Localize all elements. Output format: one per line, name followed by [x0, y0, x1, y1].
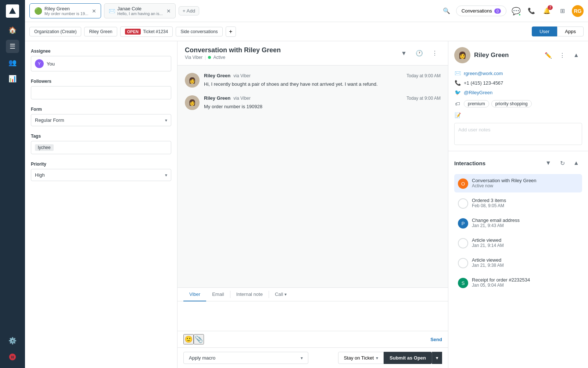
user-more-options-button[interactable]: ⋮ [556, 49, 568, 61]
interactions-section: Interactions ▼ ↻ ▲ O Conversation with R… [448, 151, 588, 368]
priority-value: High [35, 172, 45, 178]
message-sender-1: Riley Green [204, 73, 230, 78]
tab-riley-subtitle: My order number is 19... [44, 11, 88, 16]
interaction-item-email-change[interactable]: P Change email address Jan 21, 9:43 AM [454, 214, 582, 232]
notes-icon: 📝 [454, 112, 461, 118]
reply-area: Viber Email Internal note Call ▾ 🙂 📎 [178, 287, 448, 347]
message-avatar-1: 👩 [185, 73, 200, 88]
chat-icon-button[interactable]: 💬 [510, 5, 522, 17]
apply-macro-button[interactable]: Apply macro ▾ [183, 352, 308, 364]
tag-lychee: lychee [35, 144, 54, 151]
tags-input[interactable]: lychee [31, 141, 171, 154]
org-breadcrumb[interactable]: Organization (Create) [29, 27, 81, 36]
add-conversation-button[interactable]: + [226, 26, 236, 37]
ticket-sidebar: Assignee Y You Followers Form Regular Fo… [25, 41, 178, 368]
tags-label: Tags [31, 134, 171, 139]
conversation-header: Conversation with Riley Green Via Viber … [178, 41, 448, 66]
assignee-avatar: Y [35, 59, 44, 68]
reply-tab-email[interactable]: Email [206, 288, 230, 301]
conversations-button[interactable]: Conversations 0 [456, 6, 506, 16]
apps-tab-button[interactable]: Apps [557, 26, 584, 36]
followers-field: Followers [31, 79, 171, 99]
reply-tabs: Viber Email Internal note Call ▾ [178, 288, 448, 301]
user-breadcrumb[interactable]: Riley Green [84, 27, 117, 36]
phone-icon-button[interactable]: 📞 [526, 5, 537, 17]
interaction-item-receipt[interactable]: S Receipt for order #2232534 Jan 05, 9:0… [454, 273, 582, 292]
phone-icon: 📞 [454, 79, 461, 86]
assignee-field: Assignee Y You [31, 49, 171, 71]
tab-riley-green[interactable]: 🟢 Riley Green My order number is 19... ✕ [29, 3, 101, 18]
message-via-1: via Viber [233, 73, 250, 78]
more-options-button[interactable]: ⋮ [429, 47, 441, 59]
reply-tab-internal-note[interactable]: Internal note [230, 288, 269, 301]
interaction-item-article-1[interactable]: Article viewed Jan 21, 9:14 AM [454, 234, 582, 252]
submit-as-open-button[interactable]: Submit as Open [384, 352, 432, 364]
right-panel: 👩 Riley Green ✏️ ⋮ ▲ ✉️ rgreen@work.com [448, 41, 588, 368]
reply-tab-viber[interactable]: Viber [183, 288, 206, 301]
tag-icon: 🏷 [454, 100, 461, 107]
assignee-input[interactable]: Y You [31, 56, 171, 71]
user-email[interactable]: rgreen@work.com [464, 71, 503, 76]
interactions-filter-button[interactable]: ▼ [542, 157, 554, 169]
form-select[interactable]: Regular Form ▾ [31, 114, 171, 126]
ticket-badge: OPEN Ticket #1234 [120, 26, 173, 37]
history-icon-button[interactable]: 🕐 [413, 47, 425, 59]
message-avatar-2: 👩 [185, 95, 200, 110]
tab-riley-name: Riley Green [44, 6, 88, 11]
reply-tab-call[interactable]: Call ▾ [269, 288, 293, 301]
open-status-badge: OPEN [125, 29, 141, 35]
attachment-button[interactable]: 📎 [194, 334, 204, 344]
interaction-time-4: Jan 21, 9:38 AM [472, 263, 578, 268]
priority-select[interactable]: High ▾ [31, 169, 171, 181]
tab-close-riley[interactable]: ✕ [92, 8, 96, 14]
interaction-icon-circle-3 [458, 258, 468, 268]
user-notes-input[interactable]: Add user notes [454, 123, 582, 145]
nav-users-icon[interactable]: 👥 [6, 56, 19, 69]
add-tab-button[interactable]: + Add [179, 6, 199, 15]
user-avatar-top[interactable]: RG [572, 5, 584, 17]
user-twitter-row: 🐦 @RileyGreen [454, 88, 582, 97]
collapse-user-panel-button[interactable]: ▲ [570, 49, 582, 61]
tab-janae-cole[interactable]: ✉️ Janae Cole Hello, I am having an is..… [104, 3, 176, 18]
notifications-button[interactable]: 🔔 7 [541, 5, 553, 17]
interactions-collapse-button[interactable]: ▲ [570, 157, 582, 169]
interaction-icon-circle-1 [458, 198, 468, 209]
conversation-title: Conversation with Riley Green [185, 46, 281, 54]
user-phone-row: 📞 +1 (415) 123-4567 [454, 78, 582, 88]
user-tag-premium: premium [464, 100, 489, 107]
filter-icon-button[interactable]: ▼ [398, 47, 410, 59]
nav-settings-icon[interactable]: ⚙️ [6, 334, 19, 347]
interactions-refresh-button[interactable]: ↻ [556, 157, 568, 169]
emoji-button[interactable]: 🙂 [183, 334, 194, 344]
stay-on-ticket-button[interactable]: Stay on Ticket ▾ [338, 352, 384, 364]
form-label: Form [31, 107, 171, 112]
tab-close-janae[interactable]: ✕ [166, 8, 171, 14]
reply-input-area[interactable] [178, 301, 448, 331]
interaction-item-conversation[interactable]: O Conversation with Riley Green Active n… [454, 174, 582, 192]
interaction-item-article-2[interactable]: Article viewed Jan 21, 9:38 AM [454, 254, 582, 272]
nav-tickets-icon[interactable]: ☰ [6, 40, 19, 53]
stay-label: Stay on Ticket [344, 355, 374, 361]
edit-user-button[interactable]: ✏️ [542, 49, 554, 61]
nav-reports-icon[interactable]: 📊 [6, 72, 19, 85]
second-bar: Organization (Create) Riley Green OPEN T… [25, 22, 588, 41]
nav-zendesk-icon[interactable] [6, 350, 19, 364]
stay-chevron-icon: ▾ [376, 355, 378, 361]
submit-dropdown-button[interactable]: ▾ [432, 352, 442, 364]
nav-home-icon[interactable]: 🏠 [6, 24, 19, 37]
conversation-subtitle: Via Viber | Active [185, 55, 281, 60]
search-button[interactable]: 🔍 [441, 5, 452, 17]
followers-input[interactable] [31, 86, 171, 99]
user-twitter[interactable]: @RileyGreen [464, 90, 492, 95]
form-value: Regular Form [35, 117, 64, 123]
app-logo [6, 4, 19, 18]
send-button[interactable]: Send [430, 337, 442, 342]
form-chevron-icon: ▾ [165, 118, 167, 123]
grid-icon-button[interactable]: ⊞ [556, 5, 568, 17]
conversations-badge: 0 [494, 8, 501, 14]
side-conversations[interactable]: Side conversations [176, 27, 222, 36]
active-indicator [208, 56, 211, 59]
interaction-name-0: Conversation with Riley Green [472, 178, 578, 183]
interaction-item-orders[interactable]: Ordered 3 items Feb 08, 9:05 AM [454, 194, 582, 212]
user-tab-button[interactable]: User [532, 26, 557, 36]
